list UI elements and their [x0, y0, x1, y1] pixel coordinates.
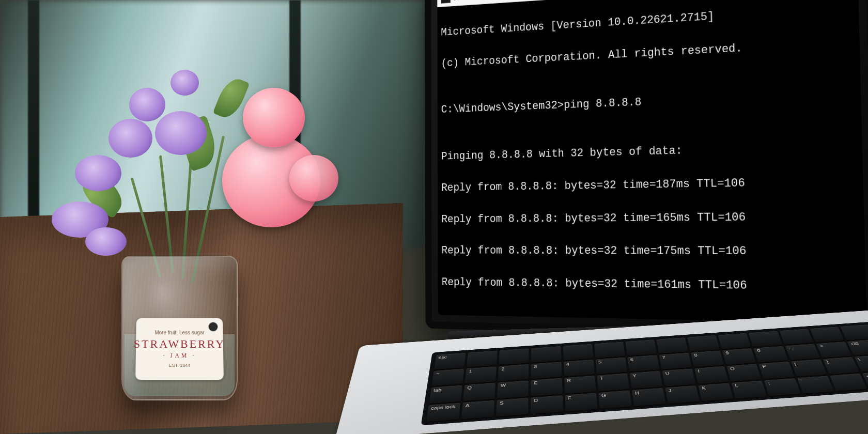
keyboard-key[interactable]	[499, 348, 530, 365]
window-frame-left	[28, 0, 39, 243]
keyboard-key[interactable]: 4	[563, 360, 594, 377]
label-badge-icon	[208, 322, 218, 332]
command-prompt-window[interactable]: Administrator: Command Prompt Microsoft …	[437, 0, 866, 323]
keyboard-key[interactable]: -	[785, 344, 820, 360]
terminal-line: Pinging 8.8.8.8 with 32 bytes of data:	[441, 138, 858, 165]
glass-jar: More fruit, Less sugar STRAWBERRY · JAM …	[121, 256, 238, 400]
terminal-line: Reply from 8.8.8.8: bytes=32 time=161ms …	[442, 275, 862, 296]
laptop-screen: Administrator: Command Prompt Microsoft …	[437, 0, 866, 323]
keyboard-key[interactable]: U	[662, 368, 695, 386]
terminal-line: Reply from 8.8.8.8: bytes=32 time=187ms …	[441, 173, 859, 196]
scene-root: More fruit, Less sugar STRAWBERRY · JAM …	[0, 0, 868, 434]
purple-statice	[75, 155, 121, 191]
keyboard-key[interactable]	[563, 344, 593, 360]
keyboard-key[interactable]: K	[699, 383, 734, 401]
purple-statice	[155, 111, 207, 155]
keyboard-key[interactable]: 7	[659, 353, 692, 369]
purple-statice	[129, 88, 165, 121]
keyboard-key[interactable]: =	[816, 342, 851, 358]
keyboard-key[interactable]: E	[531, 378, 563, 396]
keyboard-key[interactable]: Q	[463, 383, 495, 401]
keyboard-key[interactable]	[718, 333, 751, 349]
keyboard-key[interactable]: D	[531, 395, 563, 414]
keyboard-key[interactable]	[830, 374, 867, 392]
keyboard-key[interactable]: H	[632, 388, 666, 407]
terminal-blank	[441, 120, 857, 133]
keyboard-key[interactable]: ]	[823, 357, 859, 374]
keyboard-key[interactable]	[656, 337, 688, 353]
keyboard-key[interactable]: P	[759, 362, 794, 379]
keyboard-key[interactable]: 3	[531, 362, 562, 379]
keyboard-key[interactable]	[625, 339, 657, 355]
keyboard-key[interactable]: I	[694, 366, 729, 384]
laptop: Administrator: Command Prompt Microsoft …	[334, 0, 868, 434]
keyboard-key[interactable]: J	[665, 385, 700, 404]
keyboard-key[interactable]: L	[731, 380, 767, 398]
keyboard-key[interactable]	[840, 324, 868, 340]
keyboard-key[interactable]: R	[564, 376, 596, 393]
terminal-output[interactable]: Microsoft Windows [Version 10.0.22621.27…	[437, 0, 866, 323]
keyboard-key[interactable]: 6	[627, 355, 659, 372]
terminal-line: Reply from 8.8.8.8: bytes=32 time=175ms …	[442, 243, 861, 261]
keyboard-key[interactable]: 9	[722, 348, 756, 365]
purple-statice	[109, 119, 152, 158]
terminal-line: Microsoft Windows [Version 10.0.22621.27…	[441, 0, 854, 41]
keyboard-key[interactable]	[467, 351, 498, 367]
pink-carnation	[243, 88, 305, 147]
terminal-blank	[441, 69, 856, 87]
keyboard-key[interactable]: S	[496, 398, 529, 417]
terminal-line: C:\Windows\System32>ping 8.8.8.8	[441, 86, 857, 118]
purple-statice	[85, 227, 127, 256]
jar-est-year: EST. 1844	[169, 363, 191, 368]
jar-brand: STRAWBERRY	[134, 337, 225, 351]
terminal-line: (c) Microsoft Corporation. All rights re…	[441, 34, 856, 71]
keyboard-key[interactable]: Y	[629, 371, 662, 389]
keyboard-key[interactable]: 8	[691, 350, 724, 367]
keyboard-key[interactable]: F	[565, 393, 597, 411]
terminal-blank	[442, 306, 862, 314]
keyboard-key[interactable]: [	[791, 359, 827, 376]
keyboard-key[interactable]	[687, 335, 720, 351]
keyboard-key[interactable]: 1	[465, 366, 497, 383]
jar-product: · JAM ·	[163, 352, 196, 360]
keyboard-key[interactable]: O	[726, 364, 761, 381]
keyboard-key[interactable]	[749, 331, 782, 347]
keyboard-key[interactable]: T	[597, 374, 629, 391]
keyboard-key[interactable]: 5	[595, 357, 627, 374]
keyboard-key[interactable]: ;	[764, 378, 800, 396]
jar-label: More fruit, Less sugar STRAWBERRY · JAM …	[135, 318, 224, 380]
purple-statice	[171, 70, 199, 96]
keyboard-key[interactable]	[810, 327, 844, 342]
laptop-screen-bezel: Administrator: Command Prompt Microsoft …	[425, 0, 868, 339]
pink-carnation	[289, 155, 338, 202]
keyboard-key[interactable]: ~	[431, 369, 464, 386]
terminal-line: Reply from 8.8.8.8: bytes=32 time=165ms …	[441, 208, 860, 227]
cmd-icon	[441, 0, 451, 4]
keyboard-key[interactable]: 0	[754, 346, 788, 363]
keyboard-key[interactable]	[531, 346, 561, 363]
keyboard-key[interactable]: tab	[429, 385, 462, 404]
keyboard-key[interactable]	[779, 329, 813, 344]
keyboard-key[interactable]: esc	[434, 353, 466, 369]
keyboard-key[interactable]: '	[797, 376, 834, 394]
keyboard-key[interactable]: caps lock	[426, 402, 461, 422]
keyboard[interactable]: esc~1234567890-=⌫tabQWERTYUIOP[]\caps lo…	[421, 322, 868, 426]
keyboard-key[interactable]	[594, 342, 625, 358]
jar-tagline: More fruit, Less sugar	[154, 330, 204, 335]
keyboard-key[interactable]: W	[497, 380, 529, 398]
keyboard-key[interactable]: G	[598, 390, 632, 409]
keyboard-key[interactable]: 2	[498, 364, 529, 381]
keyboard-key[interactable]: A	[461, 400, 495, 420]
